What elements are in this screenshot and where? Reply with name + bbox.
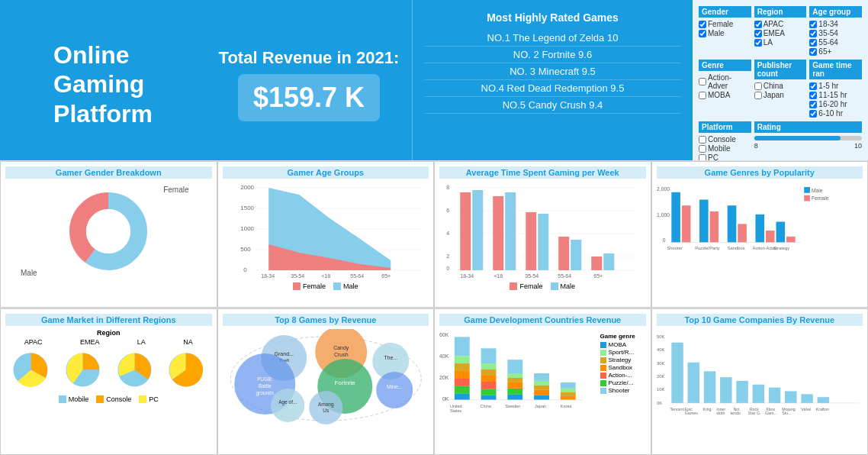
avg-time-legend: Female Male [439,282,646,290]
svg-rect-113 [507,373,522,378]
svg-rect-122 [534,395,549,400]
revenue-value: $159.7 K [238,74,380,121]
svg-rect-31 [493,196,503,270]
top8-games-title: Top 8 Games by Revenue [223,314,429,326]
game-time-title: Game time ran [809,60,862,79]
svg-rect-50 [804,195,810,202]
app-title: Online Gaming Platform [0,0,206,169]
svg-text:8: 8 [446,185,449,190]
svg-rect-55 [709,211,719,243]
svg-text:tendo: tendo [730,411,740,415]
svg-rect-107 [481,369,497,376]
gender-female[interactable]: Female [699,20,751,28]
countries-legend: Game genre MOBA Sport/R... Strategy Sand… [600,329,646,424]
svg-text:20K: 20K [439,375,449,380]
svg-rect-48 [804,187,810,193]
svg-text:Japan: Japan [535,404,546,408]
svg-text:Grand...: Grand... [274,351,293,357]
svg-text:Gam...: Gam... [765,411,777,415]
age-groups-chart: Gamer Age Groups 2000 1500 1000 500 0 [217,161,435,308]
svg-text:Star G.: Star G. [747,411,760,415]
svg-rect-121 [534,390,549,395]
svg-rect-112 [507,360,522,373]
svg-text:Us: Us [323,408,330,413]
genre-svg: 2,000 1,000 0 Male Female [657,182,863,281]
svg-rect-123 [561,382,576,389]
svg-rect-57 [738,224,747,242]
svg-text:60K: 60K [439,332,449,337]
avg-time-chart: Average Time Spent Gaming per Week 8 6 4… [434,161,651,308]
female-legend-label: Female [303,282,326,290]
age-groups-svg: 2000 1500 1000 500 0 18-34 [223,182,429,281]
genre-popularity-chart: Game Genres by Popularity 2,000 1,000 0 … [651,161,869,308]
svg-text:grounds: grounds [256,390,274,396]
svg-rect-53 [681,205,690,242]
countries-revenue-chart: Game Development Countries Revenue 60K 4… [434,308,651,455]
emea-pie [62,349,104,391]
svg-rect-30 [460,192,471,270]
la-pie [114,349,156,391]
svg-text:18-34: 18-34 [261,273,275,279]
svg-text:1000: 1000 [240,225,254,232]
genre-title: Genre [699,60,751,71]
svg-text:40K: 40K [439,353,449,359]
female-legend-dot [293,282,301,290]
list-item: NO. 3 Minecraft 9.5 [424,63,681,80]
svg-text:Krafton: Krafton [815,407,828,411]
svg-rect-101 [455,371,470,379]
svg-text:1,000: 1,000 [657,212,670,218]
svg-rect-144 [720,377,731,403]
top-rated-list: NO.1 The Legend of Zelda 10 NO. 2 Fortni… [424,30,681,114]
svg-rect-148 [785,391,796,402]
publisher-title: Publisher count [754,60,807,79]
svg-text:Age of...: Age of... [278,399,297,405]
svg-rect-149 [801,394,812,403]
svg-rect-60 [776,221,785,242]
svg-text:30K: 30K [657,361,664,366]
avg-time-svg-wrap: 8 6 4 2 0 [439,182,646,281]
svg-rect-103 [455,386,470,394]
female-label: Female [163,186,188,194]
svg-rect-102 [455,379,470,386]
svg-rect-58 [755,215,764,243]
svg-rect-110 [481,389,497,395]
svg-rect-52 [671,192,680,243]
svg-rect-141 [671,343,683,403]
filters-panel: Gender Female Male Region APAC EMEA LA A… [693,0,868,169]
donut-svg [66,189,150,273]
svg-text:<18: <18 [321,273,330,279]
svg-text:Valve: Valve [801,407,811,411]
apac-pie [10,349,52,391]
rating-filter: Rating 810 [754,121,862,163]
svg-text:1500: 1500 [240,205,254,211]
svg-text:Shooter: Shooter [667,246,682,250]
svg-rect-35 [472,190,483,270]
svg-rect-106 [481,363,497,369]
svg-rect-108 [481,376,497,382]
svg-text:65+: 65+ [593,273,603,279]
svg-rect-117 [507,395,522,400]
region-legend: Mobile Console PC [5,395,212,403]
svg-text:Games: Games [684,411,697,415]
gender-male[interactable]: Male [699,29,751,37]
svg-rect-147 [768,388,780,403]
svg-rect-99 [455,356,470,363]
svg-rect-38 [571,240,581,270]
countries-revenue-title: Game Development Countries Revenue [439,314,646,326]
svg-rect-115 [507,382,522,389]
age-groups-title: Gamer Age Groups [223,166,429,179]
svg-rect-61 [786,237,796,243]
svg-rect-37 [538,214,548,270]
svg-rect-114 [507,378,522,382]
svg-rect-39 [603,253,614,270]
region-market-chart: Game Market in Different Regions Region … [0,308,217,455]
svg-text:Puzzle/Party: Puzzle/Party [695,246,720,250]
genre-popularity-title: Game Genres by Popularity [657,166,863,179]
svg-text:The...: The... [384,355,397,360]
svg-text:States: States [450,408,462,413]
list-item: NO.4 Red Dead Redemption 9.5 [424,80,681,97]
bubble-wrap: Grand... Theft Candy Crush The... PUGB: … [223,329,429,424]
svg-rect-124 [561,389,576,392]
svg-text:China: China [481,404,492,408]
revenue-section: Total Revenue in 2021: $159.7 K [206,0,412,169]
